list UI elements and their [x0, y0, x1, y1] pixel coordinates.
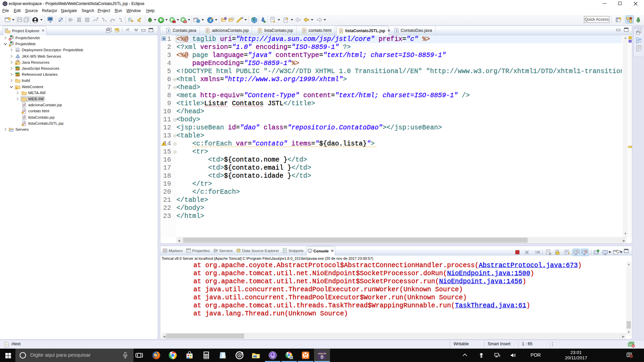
svg-text:3.1: 3.1 — [16, 50, 19, 52]
svg-text:J: J — [168, 29, 169, 33]
svg-text:J: J — [395, 29, 397, 33]
